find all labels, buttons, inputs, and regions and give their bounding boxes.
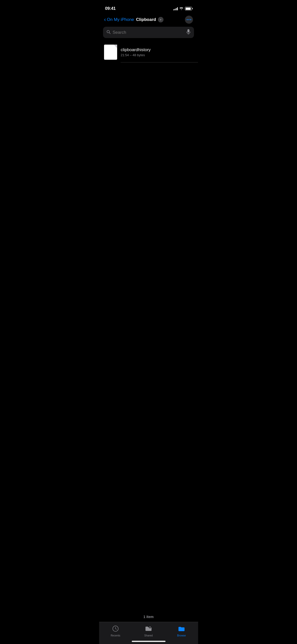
nav-header: ‹ On My iPhone Clipboard ▾ [99, 14, 198, 27]
svg-rect-2 [187, 29, 189, 33]
file-meta: 21:54 – 48 bytes [121, 53, 193, 57]
file-separator [121, 62, 198, 62]
ellipsis-icon [187, 19, 191, 20]
microphone-icon[interactable] [186, 29, 190, 36]
battery-fill [186, 8, 191, 10]
back-chevron-icon: ‹ [104, 17, 106, 22]
status-bar: 09:41 [99, 0, 198, 14]
search-icon [107, 30, 111, 35]
signal-bar-3 [176, 8, 177, 10]
status-time: 09:41 [105, 6, 116, 11]
search-container [99, 27, 198, 42]
signal-bar-2 [175, 9, 175, 10]
status-icons [173, 7, 192, 10]
file-icon [104, 45, 117, 60]
file-item[interactable]: clipboardhistory 21:54 – 48 bytes [99, 42, 198, 62]
wifi-icon [179, 7, 183, 10]
file-corner-fold [114, 45, 117, 48]
signal-bars-icon [173, 7, 178, 10]
search-input[interactable] [113, 30, 184, 35]
back-button[interactable]: ‹ On My iPhone [104, 17, 134, 22]
battery-icon [185, 7, 192, 10]
nav-left: ‹ On My iPhone Clipboard ▾ [104, 17, 163, 22]
svg-line-1 [109, 33, 111, 34]
file-list: clipboardhistory 21:54 – 48 bytes [99, 42, 198, 62]
nav-dropdown-button[interactable]: ▾ [158, 17, 163, 22]
more-options-button[interactable] [185, 16, 193, 24]
page-title: Clipboard [136, 17, 156, 22]
signal-bar-4 [177, 7, 178, 10]
file-info: clipboardhistory 21:54 – 48 bytes [121, 47, 193, 57]
search-bar[interactable] [103, 27, 194, 38]
file-name: clipboardhistory [121, 47, 193, 52]
signal-bar-1 [173, 9, 174, 10]
battery-tip [192, 8, 193, 9]
back-label: On My iPhone [107, 17, 134, 22]
chevron-down-icon: ▾ [160, 18, 161, 21]
